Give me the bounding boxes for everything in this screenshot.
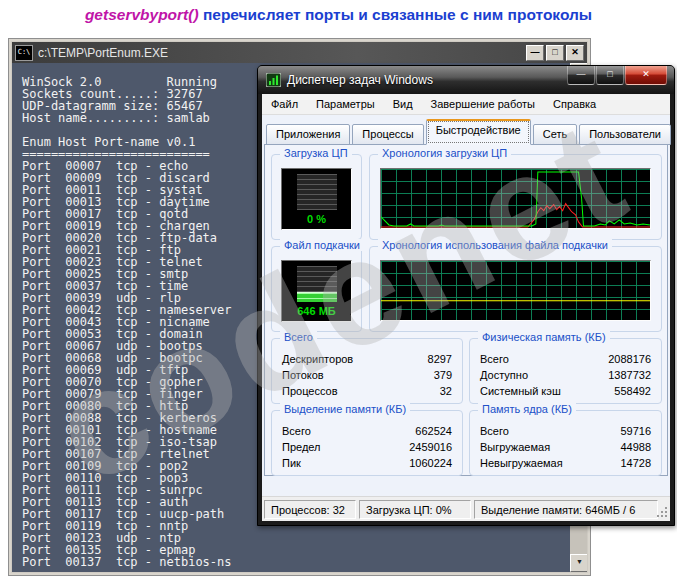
menu-shutdown[interactable]: Завершение работы — [422, 98, 544, 110]
tab-processes[interactable]: Процессы — [352, 124, 423, 145]
console-minimize-button[interactable]: — — [526, 45, 544, 61]
taskmgr-icon — [266, 73, 281, 87]
taskmgr-client-area: Файл Параметры Вид Завершение работы Спр… — [262, 94, 670, 521]
menu-file[interactable]: Файл — [262, 98, 307, 110]
cpu-history-group: Хронология загрузки ЦП — [369, 154, 662, 240]
cpu-usage-line — [381, 172, 650, 226]
menu-options[interactable]: Параметры — [307, 98, 384, 110]
scroll-down-icon[interactable]: ▼ — [570, 554, 587, 572]
console-close-button[interactable]: ✕ — [566, 45, 584, 61]
status-commit-charge: Выделение памяти: 646МБ / 6 — [474, 500, 658, 519]
commit-row-total: Всего662524 — [272, 423, 462, 439]
pagefile-led-stack — [297, 266, 337, 302]
console-titlebar[interactable]: C:\ c:\TEMP\PortEnum.EXE — □ ✕ — [12, 42, 587, 63]
kernel-memory-label: Память ядра (КБ) — [478, 403, 576, 415]
commit-charge-group: Выделение памяти (КБ) Всего662524 Предел… — [271, 410, 463, 476]
cpu-history-label: Хронология загрузки ЦП — [378, 147, 511, 159]
cpu-history-graph — [380, 168, 651, 229]
physical-memory-group: Физическая память (КБ) Всего2088176 Дост… — [469, 338, 662, 404]
kernel-row-paged: Выгружаемая44988 — [470, 439, 661, 455]
cpu-led-stack — [297, 174, 337, 210]
kernel-row-nonpaged: Невыгружаемая14728 — [470, 455, 661, 471]
tab-performance[interactable]: Быстродействие — [426, 119, 531, 145]
taskmgr-content: Приложения Процессы Быстродействие Сеть … — [262, 115, 670, 521]
console-icon: C:\ — [15, 45, 33, 61]
commit-charge-label: Выделение памяти (КБ) — [280, 403, 410, 415]
totals-group: Всего Дескрипторов8297 Потоков379 Процес… — [271, 338, 463, 404]
taskmgr-window-controls: — □ ✕ — [566, 66, 667, 85]
cpu-usage-group: Загрузка ЦП 0 % — [271, 154, 362, 240]
taskmgr-title: Диспетчер задач Windows — [287, 73, 433, 87]
taskmgr-minimize-button[interactable]: — — [567, 66, 595, 85]
tab-network[interactable]: Сеть — [533, 124, 577, 145]
cpu-usage-value: 0 % — [307, 213, 326, 225]
taskmgr-window: Диспетчер задач Windows — □ ✕ Файл Парам… — [257, 65, 675, 526]
menu-help[interactable]: Справка — [544, 98, 605, 110]
console-title: c:\TEMP\PortEnum.EXE — [38, 46, 524, 60]
status-processes: Процессов: 32 — [264, 500, 356, 519]
taskmgr-close-button[interactable]: ✕ — [625, 66, 667, 85]
page-title: getservbyport() перечисляет порты и связ… — [0, 6, 677, 24]
totals-row-processes: Процессов32 — [272, 383, 462, 399]
pagefile-history-graph — [380, 260, 651, 321]
screenshot-stage: getservbyport() перечисляет порты и связ… — [0, 0, 677, 580]
physmem-row-cache: Системный кэш558492 — [470, 383, 661, 399]
page-title-text: перечисляет порты и связанные с ним прот… — [203, 6, 592, 23]
taskmgr-maximize-button[interactable]: □ — [596, 66, 624, 85]
resize-grip[interactable] — [656, 506, 668, 518]
totals-row-handles: Дескрипторов8297 — [272, 351, 462, 367]
pagefile-group: Файл подкачки 646 МБ — [271, 246, 362, 332]
pagefile-value: 646 МБ — [297, 305, 335, 317]
cpu-usage-label: Загрузка ЦП — [280, 147, 352, 159]
tab-applications[interactable]: Приложения — [266, 124, 350, 145]
page-title-code: getservbyport() — [85, 6, 199, 23]
commit-row-limit: Предел2459016 — [272, 439, 462, 455]
taskmgr-menubar: Файл Параметры Вид Завершение работы Спр… — [262, 94, 670, 115]
pagefile-history-label: Хронология использования файла подкачки — [378, 239, 612, 251]
commit-row-peak: Пик1060224 — [272, 455, 462, 471]
totals-label: Всего — [280, 331, 317, 343]
physmem-row-total: Всего2088176 — [470, 351, 661, 367]
taskmgr-statusbar: Процессов: 32 Загрузка ЦП: 0% Выделение … — [262, 496, 670, 521]
console-maximize-button[interactable]: □ — [546, 45, 564, 61]
kernel-memory-group: Память ядра (КБ) Всего59716 Выгружаемая4… — [469, 410, 662, 476]
kernel-row-total: Всего59716 — [470, 423, 661, 439]
physical-memory-label: Физическая память (КБ) — [478, 331, 610, 343]
status-cpu-usage: Загрузка ЦП: 0% — [359, 500, 471, 519]
cpu-usage-meter: 0 % — [281, 168, 352, 230]
kernel-time-line — [381, 204, 650, 227]
pagefile-history-group: Хронология использования файла подкачки — [369, 246, 662, 332]
pagefile-led-lit — [297, 292, 337, 302]
physmem-row-available: Доступно1387732 — [470, 367, 661, 383]
pagefile-meter: 646 МБ — [281, 260, 352, 322]
menu-view[interactable]: Вид — [384, 98, 422, 110]
taskmgr-tabs: Приложения Процессы Быстродействие Сеть … — [266, 122, 673, 145]
totals-row-threads: Потоков379 — [272, 367, 462, 383]
pagefile-label: Файл подкачки — [280, 239, 364, 251]
tab-users[interactable]: Пользователи — [579, 124, 671, 145]
